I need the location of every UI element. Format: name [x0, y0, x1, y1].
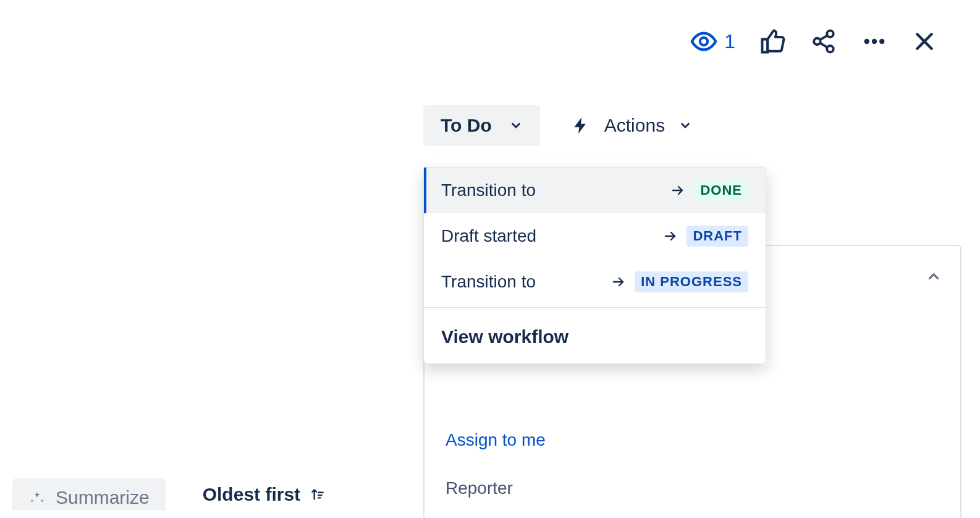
arrow-right-icon [663, 229, 678, 244]
svg-point-4 [864, 39, 869, 44]
more-horizontal-icon [861, 28, 887, 54]
summarize-label: Summarize [56, 487, 150, 508]
chevron-up-icon [926, 268, 942, 284]
status-lozenge-in-progress: IN PROGRESS [635, 271, 748, 292]
transition-option-in-progress[interactable]: Transition to IN PROGRESS [424, 259, 766, 305]
close-icon [912, 29, 937, 54]
svg-point-3 [827, 46, 834, 53]
share-button[interactable] [811, 28, 837, 54]
status-current-label: To Do [441, 115, 492, 136]
status-lozenge-done: DONE [694, 180, 748, 201]
close-button[interactable] [912, 29, 937, 54]
actions-dropdown-button[interactable]: Actions [571, 115, 692, 136]
actions-label: Actions [604, 115, 665, 136]
transition-label: Transition to [441, 180, 536, 200]
status-dropdown-button[interactable]: To Do [423, 105, 540, 146]
chevron-down-icon [678, 119, 692, 132]
status-lozenge-draft: DRAFT [686, 226, 748, 247]
transition-label: Transition to [441, 272, 536, 292]
status-row: To Do Actions [423, 105, 692, 146]
dropdown-divider [424, 307, 766, 308]
thumbs-up-icon [760, 28, 786, 54]
summarize-button[interactable]: Summarize [12, 478, 166, 511]
svg-point-5 [872, 39, 877, 44]
sort-order-label: Oldest first [203, 484, 300, 505]
reporter-field-label: Reporter [446, 478, 513, 498]
arrow-right-icon [670, 183, 685, 198]
status-transition-dropdown: Transition to DONE Draft started DRAFT T… [423, 167, 766, 364]
comments-footer: Summarize Oldest first [12, 478, 325, 511]
svg-point-6 [879, 39, 884, 44]
share-icon [811, 28, 837, 54]
sort-icon [309, 486, 325, 503]
svg-point-0 [700, 38, 708, 45]
assign-to-me-link[interactable]: Assign to me [446, 430, 546, 450]
like-button[interactable] [760, 28, 786, 54]
transition-label: Draft started [441, 226, 536, 246]
details-collapse-button[interactable] [926, 268, 942, 287]
more-actions-button[interactable] [861, 28, 887, 54]
arrow-right-icon [611, 274, 626, 289]
transition-option-done[interactable]: Transition to DONE [424, 168, 766, 213]
eye-icon [690, 27, 718, 56]
sparkle-icon [28, 489, 46, 506]
svg-point-2 [814, 38, 821, 45]
view-workflow-link[interactable]: View workflow [424, 310, 766, 363]
transition-option-draft[interactable]: Draft started DRAFT [424, 213, 766, 259]
lightning-icon [571, 116, 591, 135]
svg-point-1 [827, 31, 834, 38]
chevron-down-icon [509, 119, 523, 132]
issue-top-actions: 1 [690, 27, 937, 56]
watch-button[interactable]: 1 [690, 27, 735, 56]
sort-order-button[interactable]: Oldest first [203, 484, 325, 505]
watch-count: 1 [724, 30, 735, 53]
